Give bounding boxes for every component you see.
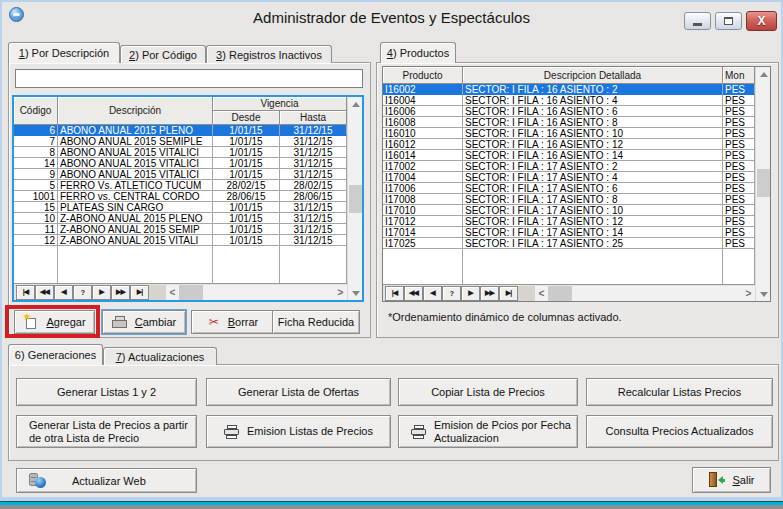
emision-listas-de-precios-button[interactable]: Emision Listas de Precios (206, 415, 391, 448)
nav-next-page-button[interactable]: ▶▶ (480, 286, 499, 301)
nav-last-button[interactable]: ▶| (499, 286, 518, 301)
borrar-button[interactable]: ✂Borrar (191, 310, 274, 334)
scroll-right-button[interactable]: > (334, 285, 347, 300)
actualizar-web-button[interactable]: Actualizar Web (16, 468, 197, 493)
events-grid[interactable]: Código Descripción Vigencia Desde Hasta … (12, 95, 364, 302)
events-vertical-scrollbar[interactable] (347, 97, 362, 300)
products-grid-row[interactable]: I17004SECTOR: I FILA : 17 ASIENTO : 4PES (383, 172, 755, 183)
products-grid-row[interactable]: I16014SECTOR: I FILA : 16 ASIENTO : 14PE… (383, 150, 755, 161)
maximize-icon (724, 17, 733, 25)
column-header-descripcion-detallada[interactable]: Descripcion Detallada (463, 67, 723, 84)
events-grid-row[interactable]: 7ABONO ANUAL 2015 SEMIPLE1/01/1531/12/15 (14, 136, 347, 147)
nav-prior-page-button[interactable]: ◀◀ (35, 285, 54, 300)
nav-first-button[interactable]: |◀ (385, 286, 404, 301)
products-grid-row[interactable]: I17010SECTOR: I FILA : 17 ASIENTO : 10PE… (383, 205, 755, 216)
events-grid-row[interactable]: 5FERRO Vs. ATLETICO TUCUM28/02/1528/02/1… (14, 180, 347, 191)
products-grid-row[interactable]: I17008SECTOR: I FILA : 17 ASIENTO : 8PES (383, 194, 755, 205)
events-grid-row[interactable]: 11Z-ABONO ANUAL 2015 SEMIP1/01/1531/12/1… (14, 224, 347, 235)
scroll-left-button[interactable]: < (166, 285, 179, 300)
tab-7-actualizaciones[interactable]: 7) Actualizaciones (103, 347, 217, 365)
nav-first-button[interactable]: |◀ (16, 285, 35, 300)
events-grid-row[interactable]: 12Z-ABONO ANUAL 2015 VITALI1/01/1531/12/… (14, 235, 347, 246)
ficha-reducida-button[interactable]: Ficha Reducida (272, 310, 360, 334)
products-grid-row[interactable]: I16008SECTOR: I FILA : 16 ASIENTO : 8PES (383, 117, 755, 128)
cell-descripcion-detallada: SECTOR: I FILA : 16 ASIENTO : 6 (463, 106, 723, 117)
products-grid-row[interactable]: I17012SECTOR: I FILA : 17 ASIENTO : 12PE… (383, 216, 755, 227)
cell-hasta: 31/12/15 (280, 202, 347, 213)
products-grid[interactable]: Producto Descripcion Detallada Mon I1600… (382, 66, 771, 302)
generar-lista-de-ofertas-button[interactable]: Generar Lista de Ofertas (206, 378, 391, 406)
scrollbar-thumb[interactable] (757, 169, 770, 197)
nav-last-button[interactable]: ▶| (130, 285, 149, 300)
scroll-left-button[interactable]: < (535, 286, 548, 301)
events-grid-row[interactable]: 15PLATEAS SIN CARGO1/01/1531/12/15 (14, 202, 347, 213)
scroll-down-button[interactable] (348, 286, 363, 300)
cell-desde: 1/01/15 (213, 224, 280, 235)
products-grid-row[interactable]: I17025SECTOR: I FILA : 17 ASIENTO : 25PE… (383, 238, 755, 249)
column-header-moneda[interactable]: Mon (723, 67, 755, 84)
nav-refresh-button[interactable]: ? (442, 286, 461, 301)
cell-producto: I17004 (383, 172, 463, 183)
scroll-up-button[interactable] (348, 97, 363, 111)
agregar-button[interactable]: ★Agregar (14, 310, 95, 334)
recalcular-listas-precios-button[interactable]: Recalcular Listas Precios (586, 378, 773, 406)
copiar-lista-de-precios-button[interactable]: Copiar Lista de Precios (398, 378, 578, 406)
close-button[interactable]: X (746, 11, 777, 31)
events-grid-row[interactable]: 14ABONO ANUAL 2015 VITALICI1/01/1531/12/… (14, 158, 347, 169)
events-grid-row-selected[interactable]: 6ABONO ANUAL 2015 PLENO1/01/1531/12/15 (14, 125, 347, 136)
products-vertical-scrollbar[interactable] (755, 67, 770, 301)
column-header-producto[interactable]: Producto (383, 67, 463, 84)
products-grid-row[interactable]: I16004SECTOR: I FILA : 16 ASIENTO : 4PES (383, 95, 755, 106)
cambiar-button[interactable]: Cambiar (102, 310, 186, 334)
generar-lista-de-precios-a-partir-de-otra-lista-de-precio-button[interactable]: Generar Lista de Precios a partirde otra… (16, 415, 197, 448)
scrollbar-thumb[interactable] (548, 286, 572, 301)
nav-prior-button[interactable]: ◀ (54, 285, 73, 300)
cell-descripcion: ABONO ANUAL 2015 VITALICI (58, 147, 213, 158)
tab-4-productos[interactable]: 4) Productos (380, 42, 456, 63)
nav-prior-button[interactable]: ◀ (423, 286, 442, 301)
cell-codigo: 11 (14, 224, 58, 235)
column-header-desde[interactable]: Desde (213, 111, 280, 125)
scroll-down-button[interactable] (756, 287, 771, 301)
nav-next-button[interactable]: ▶ (92, 285, 111, 300)
consulta-precios-actualizados-button[interactable]: Consulta Precios Actualizados (586, 415, 773, 448)
nav-next-page-button[interactable]: ▶▶ (111, 285, 130, 300)
events-grid-row[interactable]: 1001FERRO vs. CENTRAL CORDO28/06/1528/06… (14, 191, 347, 202)
salir-button[interactable]: Salir (692, 467, 771, 493)
events-grid-row[interactable]: 10Z-ABONO ANUAL 2015 PLENO1/01/1531/12/1… (14, 213, 347, 224)
generar-listas-1-y-2-button[interactable]: Generar Listas 1 y 2 (16, 378, 197, 406)
column-header-codigo[interactable]: Código (14, 97, 58, 125)
products-grid-row[interactable]: I17002SECTOR: I FILA : 17 ASIENTO : 2PES (383, 161, 755, 172)
description-filter-input[interactable] (15, 69, 363, 88)
navigator-gap (149, 285, 166, 300)
column-header-descripcion[interactable]: Descripción (58, 97, 213, 125)
products-grid-row[interactable]: I16006SECTOR: I FILA : 16 ASIENTO : 6PES (383, 106, 755, 117)
events-grid-row[interactable]: 9ABONO ANUAL 2015 VITALICI1/01/1531/12/1… (14, 169, 347, 180)
emision-de-pcios-por-fecha-actualizacion-button[interactable]: Emision de Pcios por FechaActualizacion (398, 415, 578, 448)
maximize-button[interactable] (715, 12, 742, 30)
horizontal-scrollbar[interactable]: <> (535, 286, 755, 301)
horizontal-scrollbar[interactable]: <> (166, 285, 347, 300)
column-header-hasta[interactable]: Hasta (280, 111, 347, 125)
tab-6-generaciones[interactable]: 6) Generaciones (8, 344, 103, 365)
products-grid-row[interactable]: I17014SECTOR: I FILA : 17 ASIENTO : 14PE… (383, 227, 755, 238)
tab-3-registros-inactivos[interactable]: 3) Registros Inactivos (206, 45, 332, 63)
scroll-right-button[interactable]: > (742, 286, 755, 301)
events-grid-row[interactable]: 8ABONO ANUAL 2015 VITALICI1/01/1531/12/1… (14, 147, 347, 158)
products-grid-row-selected[interactable]: I16002SECTOR: I FILA : 16 ASIENTO : 2PES (383, 84, 755, 95)
tab-2-por-codigo[interactable]: 2) Por Código (120, 45, 206, 63)
minimize-button[interactable] (684, 12, 711, 30)
products-grid-row[interactable]: I17006SECTOR: I FILA : 17 ASIENTO : 6PES (383, 183, 755, 194)
tab-1-por-descripcion[interactable]: 1) Por Descripción (8, 42, 120, 63)
scrollbar-thumb[interactable] (349, 185, 362, 213)
nav-next-button[interactable]: ▶ (461, 286, 480, 301)
products-grid-row[interactable]: I16012SECTOR: I FILA : 16 ASIENTO : 12PE… (383, 139, 755, 150)
scrollbar-thumb[interactable] (179, 285, 203, 300)
nav-prior-page-button[interactable]: ◀◀ (404, 286, 423, 301)
button-label: Cambiar (135, 316, 177, 328)
nav-refresh-button[interactable]: ? (73, 285, 92, 300)
scroll-up-button[interactable] (756, 67, 771, 81)
cell-codigo: 5 (14, 180, 58, 191)
column-header-vigencia[interactable]: Vigencia (213, 97, 347, 111)
products-grid-row[interactable]: I16010SECTOR: I FILA : 16 ASIENTO : 10PE… (383, 128, 755, 139)
